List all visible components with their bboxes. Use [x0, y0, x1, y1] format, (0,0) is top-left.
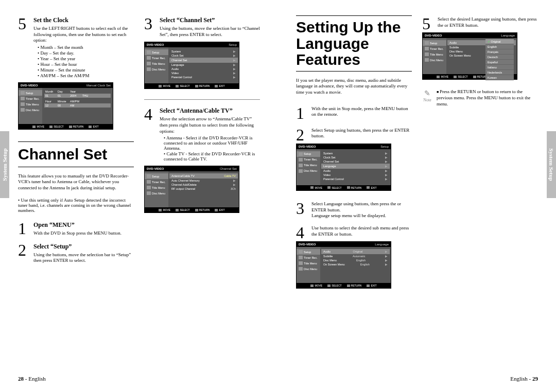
osd-setup-screenshot: DVD-VIDEOSetup Setup Timer Rec. Title Me…	[296, 144, 391, 191]
osd-language-submenu-screenshot: DVD-VIDEOLanguage Setup Timer Rec. Title…	[422, 32, 517, 80]
step-text: Use the LEFT/RIGHT buttons to select eac…	[33, 26, 134, 44]
step-4-submenu: 4 Use buttons to select the desired sub …	[296, 224, 412, 293]
note-box: Note Press the RETURN or button to retur…	[422, 89, 538, 107]
step-3-language: 3 Select Language using buttons, then pr…	[296, 200, 412, 219]
section-intro: This feature allows you to manually set …	[18, 173, 134, 191]
step-text: Language setup menu will be displayed.	[311, 213, 412, 219]
step-title: Select “Channel Set”	[160, 16, 260, 24]
step-number: 2	[18, 242, 29, 264]
step-2-setup: 2 Select “Setup” Using the buttons, move…	[18, 242, 134, 264]
step-title: Open “MENU”	[33, 221, 134, 229]
left-column-1: 5 Set the Clock Use the LEFT/RIGHT butto…	[18, 15, 134, 361]
right-column-1: Setting Up the Language Features If you …	[296, 15, 412, 361]
step-text: Use buttons to select the desired sub me…	[311, 225, 412, 237]
step-title: Set the Clock	[33, 16, 134, 24]
osd-language-screenshot: DVD-VIDEOLanguage Setup Timer Rec. Title…	[296, 241, 391, 289]
side-tab-right: System Setup	[547, 131, 556, 198]
page-footer-left: 28 - English	[18, 376, 46, 382]
step-text: Select Setup using buttons, then press t…	[311, 128, 412, 139]
step-text: With the DVD in Stop press the MENU butt…	[33, 230, 134, 237]
step-number: 3	[296, 200, 307, 219]
step-1-menu: 1 Open “MENU” With the DVD in Stop press…	[18, 220, 134, 237]
step-text: Select Language using buttons, then pres…	[311, 201, 412, 213]
step-2-setup: 2 Select Setup using buttons, then press…	[296, 127, 412, 195]
step-number: 1	[18, 220, 29, 237]
step-text: Using the buttons, move the selection ba…	[160, 26, 260, 38]
step-text: With the unit in Stop mode, press the ME…	[311, 106, 412, 118]
section-title-language: Setting Up the Language Features	[296, 19, 412, 68]
step-bullets: Antenna - Select if the DVD Recorder-VCR…	[164, 135, 260, 162]
note-icon: Note	[422, 89, 432, 107]
step-title: Select “Setup”	[33, 243, 134, 251]
osd-setup-screenshot: DVD-VIDEOSetup Setup Timer Rec. Title Me…	[144, 42, 239, 89]
page-spread: System Setup 5 Set the Clock Use the LEF…	[0, 0, 556, 392]
page-29: System Setup Setting Up the Language Fea…	[278, 0, 556, 392]
step-number: 1	[296, 105, 307, 121]
page-footer-right: English - 29	[510, 376, 538, 382]
osd-channel-screenshot: DVD-VIDEOChannel Set Setup Timer Rec. Ti…	[144, 166, 239, 213]
step-3-channel-set: 3 Select “Channel Set” Using the buttons…	[144, 15, 260, 93]
step-text: Using the buttons, move the selection ba…	[33, 252, 134, 264]
right-column-2: 5 Select the desired Language using butt…	[422, 15, 538, 361]
section-title-channel-set: Channel Set	[18, 141, 134, 167]
divider	[144, 99, 260, 100]
left-column-2: 3 Select “Channel Set” Using the buttons…	[144, 15, 260, 361]
side-tab-left: System Setup	[0, 131, 9, 198]
step-4-antenna: 4 Select “Antenna/Cable TV” Move the sel…	[144, 106, 260, 217]
step-bullets: Month – Set the month Day – Set the day.…	[38, 45, 134, 78]
step-1-menu: 1 With the unit in Stop mode, press the …	[296, 105, 412, 121]
section-note: Use this setting only if Auto Setup dete…	[18, 198, 134, 213]
step-5-select-language: 5 Select the desired Language using butt…	[422, 15, 538, 84]
section-intro: If you set the player menu, disc menu, a…	[296, 78, 412, 96]
page-28: System Setup 5 Set the Clock Use the LEF…	[0, 0, 278, 392]
step-title: Select “Antenna/Cable TV”	[160, 107, 260, 115]
step-text: Move the selection arrow to “Antenna/Cab…	[160, 116, 260, 134]
note-text: Press the RETURN or button to return to …	[437, 89, 538, 107]
osd-clock-screenshot: DVD-VIDEOManual Clock Set Setup Timer Re…	[18, 82, 113, 130]
step-5-clock: 5 Set the Clock Use the LEFT/RIGHT butto…	[18, 15, 134, 134]
step-text: Select the desired Language using button…	[438, 16, 538, 28]
